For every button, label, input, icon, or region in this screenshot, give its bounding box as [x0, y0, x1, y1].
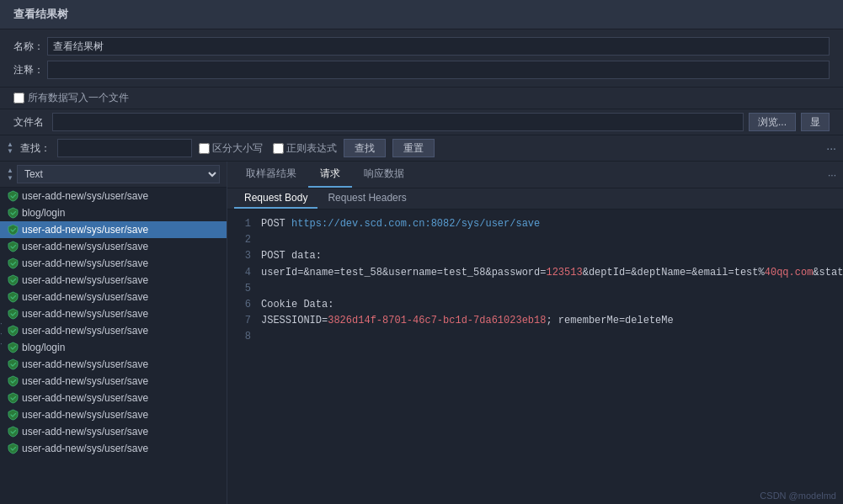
list-item[interactable]: user-add-new/sys/user/save: [0, 221, 227, 238]
content-area: ▲ ▼ Text JSON XML HTML Boundary user-add…: [0, 162, 843, 504]
name-label: 名称：: [13, 40, 47, 54]
line-content-5: [261, 281, 836, 297]
tab-sampler-results[interactable]: 取样器结果: [234, 162, 308, 188]
code-area: 1 POST https://dev.scd.com.cn:8082/sys/u…: [227, 210, 843, 504]
sub-tabs-row: Request Body Request Headers: [227, 188, 843, 210]
search-input[interactable]: [57, 139, 192, 157]
tabs-row: 取样器结果 请求 响应数据 ···: [227, 162, 843, 188]
line-content-2: [261, 232, 836, 248]
side-dot-1: ·: [0, 318, 3, 327]
list-item[interactable]: user-add-new/sys/user/save: [0, 272, 227, 289]
item-text: user-add-new/sys/user/save: [22, 274, 148, 286]
shield-icon: [7, 190, 19, 202]
show-button[interactable]: 显: [801, 113, 830, 131]
page-title: 查看结果树: [13, 8, 68, 20]
list-item[interactable]: user-add-new/sys/user/save: [0, 305, 227, 322]
jsession-value: 3826d14f-8701-46c7-bc1d-7da61023eb18: [328, 315, 546, 326]
code-line-2: 2: [234, 232, 836, 248]
reset-button[interactable]: 重置: [392, 139, 435, 157]
shield-icon: [7, 308, 19, 320]
code-line-7: 7 JSESSIONID=3826d14f-8701-46c7-bc1d-7da…: [234, 313, 836, 329]
list-item[interactable]: blog/login: [0, 339, 227, 356]
list-item[interactable]: user-add-new/sys/user/save: [0, 322, 227, 339]
jsession-label: JSESSIONID=: [261, 315, 328, 326]
list-arrows[interactable]: ▲ ▼: [7, 167, 13, 182]
left-panel-header: ▲ ▼ Text JSON XML HTML Boundary: [0, 162, 227, 188]
post-label-1: POST: [261, 218, 291, 230]
code-line-6: 6 Cookie Data:: [234, 297, 836, 313]
shield-icon: [7, 291, 19, 303]
list-item[interactable]: user-add-new/sys/user/save: [0, 188, 227, 204]
case-sensitive-label: 区分大小写: [212, 141, 263, 156]
all-data-checkbox[interactable]: [13, 93, 24, 103]
item-text: user-add-new/sys/user/save: [22, 190, 148, 202]
line-num-2: 2: [234, 232, 251, 248]
filename-input[interactable]: [52, 113, 744, 131]
shield-icon: [7, 426, 19, 438]
type-select[interactable]: Text JSON XML HTML Boundary: [17, 165, 220, 183]
code-line-1: 1 POST https://dev.scd.com.cn:8082/sys/u…: [234, 216, 836, 232]
regex-checkbox[interactable]: [273, 143, 284, 154]
item-text: user-add-new/sys/user/save: [22, 392, 148, 404]
item-text: blog/login: [22, 207, 65, 219]
list-arrow-up-icon: ▲: [7, 167, 13, 174]
sub-tab-request-headers[interactable]: Request Headers: [317, 188, 416, 209]
list-item[interactable]: user-add-new/sys/user/save: [0, 373, 227, 390]
status-param: &status=: [813, 267, 843, 279]
line-num-1: 1: [234, 216, 251, 232]
right-panel: 取样器结果 请求 响应数据 ··· Request Body Request H…: [227, 162, 843, 504]
arrows[interactable]: ▲ ▼: [7, 141, 13, 155]
code-line-4: 4 userId=&name=test_58&username=test_58&…: [234, 265, 836, 281]
remember-me: ; rememberMe=deleteMe: [546, 315, 673, 326]
list-item[interactable]: user-add-new/sys/user/save: [0, 440, 227, 457]
list-item[interactable]: blog/login: [0, 204, 227, 221]
list-item[interactable]: user-add-new/sys/user/save: [0, 406, 227, 423]
code-line-5: 5: [234, 281, 836, 297]
list-item[interactable]: user-add-new/sys/user/save: [0, 390, 227, 406]
name-row: 名称：: [13, 34, 830, 58]
code-line-8: 8: [234, 329, 836, 345]
shield-icon: [7, 342, 19, 353]
list-item[interactable]: user-add-new/sys/user/save: [0, 255, 227, 272]
browse-button[interactable]: 浏览...: [749, 113, 796, 131]
list-item[interactable]: user-add-new/sys/user/save: [0, 289, 227, 305]
tab-response-data[interactable]: 响应数据: [352, 162, 416, 188]
find-button[interactable]: 查找: [344, 139, 386, 157]
left-panel: ▲ ▼ Text JSON XML HTML Boundary user-add…: [0, 162, 227, 504]
resize-handle[interactable]: [223, 162, 227, 504]
filename-label: 文件名: [13, 115, 47, 130]
case-sensitive-check[interactable]: 区分大小写: [199, 141, 263, 156]
regex-check[interactable]: 正则表达式: [273, 141, 337, 156]
shield-icon: [7, 375, 19, 387]
list-item[interactable]: user-add-new/sys/user/save: [0, 423, 227, 440]
toolbar-dots[interactable]: ···: [826, 141, 836, 155]
comment-input[interactable]: [47, 61, 830, 79]
side-handle[interactable]: · · ·: [0, 318, 4, 347]
regex-label: 正则表达式: [286, 141, 337, 156]
line-content-1: POST https://dev.scd.com.cn:8082/sys/use…: [261, 216, 836, 232]
item-text: user-add-new/sys/user/save: [22, 375, 148, 387]
case-sensitive-checkbox[interactable]: [199, 143, 210, 154]
line-num-6: 6: [234, 297, 251, 313]
item-text: user-add-new/sys/user/save: [22, 257, 148, 269]
line-content-4: userId=&name=test_58&username=test_58&pa…: [261, 265, 843, 281]
line-num-5: 5: [234, 281, 251, 297]
url-text-1: https://dev.scd.com.cn:8082/sys/user/sav…: [291, 218, 540, 230]
list-item[interactable]: user-add-new/sys/user/save: [0, 238, 227, 255]
comment-label: 注释：: [13, 63, 47, 77]
header: 查看结果树: [0, 0, 843, 29]
list-item[interactable]: user-add-new/sys/user/save: [0, 356, 227, 373]
toolbar: ▲ ▼ 查找： 区分大小写 正则表达式 查找 重置 ···: [0, 135, 843, 162]
sub-tab-request-body[interactable]: Request Body: [234, 188, 317, 209]
item-text: user-add-new/sys/user/save: [22, 325, 148, 337]
line-num-8: 8: [234, 329, 251, 345]
tabs-dots[interactable]: ···: [828, 169, 836, 181]
line-content-6: Cookie Data:: [261, 297, 836, 313]
side-dot-2: ·: [0, 328, 3, 337]
tab-request[interactable]: 请求: [308, 162, 352, 188]
name-input[interactable]: [47, 37, 830, 56]
userid-label: userId=&name=test_58&username=test_58&pa…: [261, 267, 546, 279]
all-data-row: 所有数据写入一个文件: [13, 91, 129, 105]
line-content-8: [261, 329, 836, 345]
line-num-7: 7: [234, 313, 251, 329]
